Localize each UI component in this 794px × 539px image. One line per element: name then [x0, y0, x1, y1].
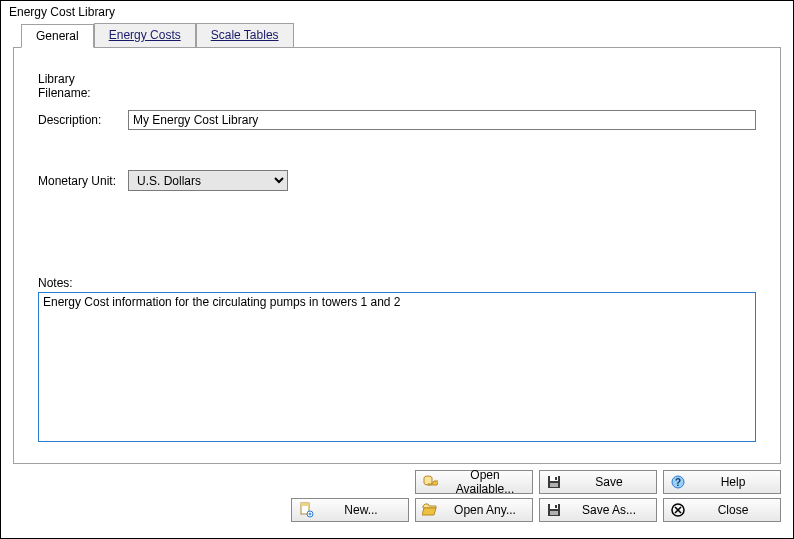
main-content: General Energy Costs Scale Tables Librar… [1, 23, 793, 464]
library-filename-label: Library Filename: [38, 72, 128, 100]
button-bar: New... Open Available... Open Any... Sav… [1, 464, 793, 522]
save-as-icon [546, 502, 562, 518]
svg-rect-8 [555, 477, 557, 480]
database-open-icon [422, 474, 438, 490]
close-icon [670, 502, 686, 518]
save-as-button[interactable]: Save As... [539, 498, 657, 522]
tab-general[interactable]: General [21, 24, 94, 48]
open-any-label: Open Any... [444, 503, 526, 517]
save-icon [546, 474, 562, 490]
close-label: Close [692, 503, 774, 517]
description-input[interactable] [128, 110, 756, 130]
new-file-icon [298, 502, 314, 518]
help-button[interactable]: ? Help [663, 470, 781, 494]
svg-text:?: ? [675, 477, 681, 488]
new-button[interactable]: New... [291, 498, 409, 522]
new-button-label: New... [320, 503, 402, 517]
close-button[interactable]: Close [663, 498, 781, 522]
tab-scale-tables[interactable]: Scale Tables [196, 23, 294, 47]
notes-textarea[interactable]: Energy Cost information for the circulat… [38, 292, 756, 442]
help-icon: ? [670, 474, 686, 490]
tab-panel-general: Library Filename: Description: Monetary … [13, 47, 781, 464]
svg-rect-13 [550, 511, 558, 515]
notes-label: Notes: [38, 276, 756, 290]
save-button[interactable]: Save [539, 470, 657, 494]
save-as-label: Save As... [568, 503, 650, 517]
description-label: Description: [38, 113, 128, 127]
save-label: Save [568, 475, 650, 489]
svg-rect-1 [301, 503, 309, 506]
svg-rect-12 [555, 505, 557, 508]
tab-energy-costs[interactable]: Energy Costs [94, 23, 196, 47]
window-title: Energy Cost Library [1, 1, 793, 23]
monetary-unit-label: Monetary Unit: [38, 174, 128, 188]
folder-open-icon [422, 502, 438, 518]
monetary-unit-select[interactable]: U.S. Dollars [128, 170, 288, 191]
open-available-label: Open Available... [444, 468, 526, 496]
svg-rect-9 [550, 483, 558, 487]
open-available-button[interactable]: Open Available... [415, 470, 533, 494]
open-any-button[interactable]: Open Any... [415, 498, 533, 522]
help-label: Help [692, 475, 774, 489]
tab-strip: General Energy Costs Scale Tables [21, 23, 781, 47]
